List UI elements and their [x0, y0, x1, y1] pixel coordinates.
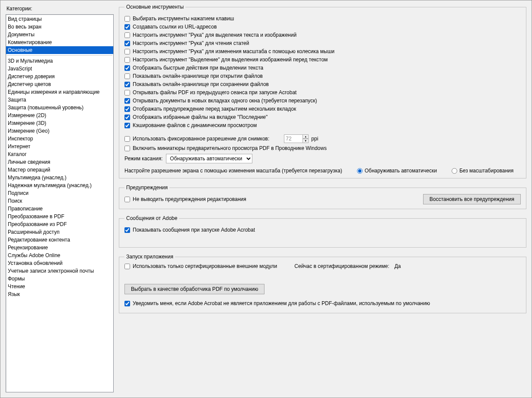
suppress-warnings-checkbox[interactable] — [124, 197, 130, 202]
notify-default-checkbox[interactable] — [124, 301, 130, 306]
spinner-down[interactable]: ▼ — [303, 139, 309, 143]
tool-option-checkbox[interactable] — [124, 65, 130, 71]
category-item[interactable]: 3D и Мультимедиа — [6, 57, 113, 65]
category-item[interactable]: Надежная мультимедиа (унаслед.) — [6, 181, 113, 189]
category-item[interactable]: Диспетчер цветов — [6, 80, 113, 88]
tool-option-checkbox[interactable] — [124, 98, 130, 104]
tool-option-label: Создавать ссылки из URL-адресов — [133, 24, 217, 30]
tool-option-checkbox[interactable] — [124, 32, 130, 38]
fixed-resolution-checkbox[interactable] — [124, 136, 130, 142]
tool-option-row: Показывать онлайн-хранилище при сохранен… — [124, 81, 521, 87]
scale-radio-none-label: Без масштабирования — [459, 168, 513, 174]
adobe-messages-label: Показывать сообщения при запуске Adobe A… — [133, 227, 255, 233]
cert-only-checkbox[interactable] — [124, 264, 130, 269]
tool-option-label: Отображать быстрые действия при выделени… — [133, 65, 263, 71]
category-item[interactable]: Измерение (2D) — [6, 111, 113, 119]
category-item[interactable]: Измерение (Geo) — [6, 127, 113, 135]
tool-option-checkbox[interactable] — [124, 16, 130, 22]
group-adobe-messages: Сообщения от Adobe Показывать сообщения … — [119, 215, 526, 248]
tool-option-row: Показывать онлайн-хранилище при открытии… — [124, 73, 521, 79]
tool-option-label: Открывать файлы PDF из предыдущего сеанс… — [133, 89, 296, 96]
category-item[interactable]: Правописание — [6, 205, 113, 213]
default-handler-button[interactable]: Выбрать в качестве обработчика PDF по ум… — [124, 284, 264, 294]
category-item[interactable]: Комментирование — [6, 38, 113, 46]
category-item[interactable]: Преобразование в PDF — [6, 213, 113, 220]
fixed-resolution-input[interactable] — [284, 134, 303, 143]
category-item[interactable]: Учетные записи электронной почты — [6, 267, 113, 275]
category-item[interactable]: Мультимедиа (унаслед.) — [6, 174, 113, 181]
category-item[interactable]: Преобразование из PDF — [6, 220, 113, 228]
touch-mode-select[interactable]: Обнаруживать автоматически — [166, 154, 252, 163]
category-item[interactable]: Защита (повышенный уровень) — [6, 104, 113, 111]
tool-option-checkbox[interactable] — [124, 49, 130, 54]
tool-option-label: Отображать предупреждение перед закрытие… — [133, 106, 296, 112]
tool-option-row: Отображать предупреждение перед закрытие… — [124, 106, 521, 112]
tool-option-row: Настроить инструмент "Рука" для чтения с… — [124, 40, 521, 46]
spinner-up[interactable]: ▲ — [303, 134, 309, 139]
category-item[interactable]: Вид страницы — [6, 15, 113, 23]
tool-option-checkbox[interactable] — [124, 123, 130, 128]
fixed-resolution-spinner[interactable]: ▲ ▼ — [303, 134, 309, 143]
fixed-resolution-row: Использовать фиксированное разрешение дл… — [124, 134, 521, 143]
tool-option-label: Показывать онлайн-хранилище при открытии… — [133, 73, 263, 79]
tool-option-row: Настроить инструмент "Выделение" для выд… — [124, 57, 521, 63]
category-item[interactable]: Рецензирование — [6, 244, 113, 252]
touch-mode-label: Режим касания: — [124, 156, 162, 162]
category-item[interactable]: Формы — [6, 275, 113, 283]
category-item[interactable]: Защита — [6, 96, 113, 104]
category-item[interactable]: Диспетчер доверия — [6, 73, 113, 80]
win-thumbnails-label: Включить миниатюры предварительного прос… — [133, 145, 327, 151]
category-item[interactable]: Расширенный доступ — [6, 228, 113, 236]
category-item[interactable]: Поиск — [6, 197, 113, 205]
category-separator — [7, 55, 112, 56]
preferences-window: Категории: Вид страницыВо весь экранДоку… — [0, 0, 532, 398]
category-item[interactable]: Документы — [6, 31, 113, 38]
categories-label: Категории: — [6, 4, 114, 14]
category-item[interactable]: Подписи — [6, 189, 113, 197]
category-item[interactable]: Личные сведения — [6, 158, 113, 166]
reset-warnings-button[interactable]: Восстановить все предупреждения — [423, 194, 521, 204]
tool-option-checkbox[interactable] — [124, 106, 130, 112]
tool-option-label: Показывать онлайн-хранилище при сохранен… — [133, 81, 269, 87]
tool-option-row: Отображать избранные файлы на вкладке "П… — [124, 114, 521, 120]
tool-option-checkbox[interactable] — [124, 57, 130, 63]
category-item[interactable]: Каталог — [6, 150, 113, 158]
notify-default-label: Уведомить меня, если Adobe Acrobat не яв… — [133, 300, 430, 306]
tool-option-checkbox[interactable] — [124, 41, 130, 46]
tool-option-checkbox[interactable] — [124, 73, 130, 79]
category-item[interactable]: Во весь экран — [6, 23, 113, 31]
category-item[interactable]: Установка обновлений — [6, 259, 113, 267]
tool-option-checkbox[interactable] — [124, 82, 130, 87]
category-item[interactable]: Мастер операций — [6, 166, 113, 174]
category-item[interactable]: Инспектор — [6, 135, 113, 143]
tool-option-label: Выбирать инструменты нажатием клавиш — [133, 16, 234, 22]
scale-row: Настройте разрешение экрана с помощью из… — [124, 168, 521, 174]
group-warnings-legend: Предупреждения — [124, 185, 169, 191]
category-item[interactable]: Основные — [6, 46, 113, 54]
category-item[interactable]: Язык — [6, 290, 113, 298]
scale-radio-auto[interactable] — [357, 168, 363, 174]
tool-option-row: Кэширование файлов с динамическим просмо… — [124, 122, 521, 128]
adobe-messages-checkbox[interactable] — [124, 227, 130, 233]
tool-option-checkbox[interactable] — [124, 90, 130, 96]
tool-option-row: Открывать документы в новых вкладках одн… — [124, 98, 521, 104]
cert-mode-label: Сейчас в сертифицированном режиме: — [294, 263, 389, 269]
group-main-tools-legend: Основные инструменты — [124, 4, 185, 10]
category-item[interactable]: Чтение — [6, 283, 113, 290]
touch-mode-row: Режим касания: Обнаруживать автоматическ… — [124, 154, 521, 163]
category-item[interactable]: Службы Adobe Online — [6, 252, 113, 259]
group-startup-legend: Запуск приложения — [124, 254, 175, 260]
tool-option-checkbox[interactable] — [124, 24, 130, 30]
tool-option-checkbox[interactable] — [124, 115, 130, 120]
fixed-resolution-label: Использовать фиксированное разрешение дл… — [133, 136, 269, 142]
categories-listbox[interactable]: Вид страницыВо весь экранДокументыКоммен… — [6, 14, 114, 392]
category-item[interactable]: JavaScript — [6, 65, 113, 73]
category-item[interactable]: Редактирование контента — [6, 236, 113, 244]
category-item[interactable]: Единицы измерения и направляющие — [6, 88, 113, 96]
category-item[interactable]: Интернет — [6, 143, 113, 150]
win-thumbnails-checkbox[interactable] — [124, 146, 130, 151]
win-thumbnails-row: Включить миниатюры предварительного прос… — [124, 145, 521, 151]
category-item[interactable]: Измерение (3D) — [6, 119, 113, 127]
scale-radio-none[interactable] — [452, 168, 457, 174]
group-startup: Запуск приложения Использовать только се… — [119, 254, 526, 313]
